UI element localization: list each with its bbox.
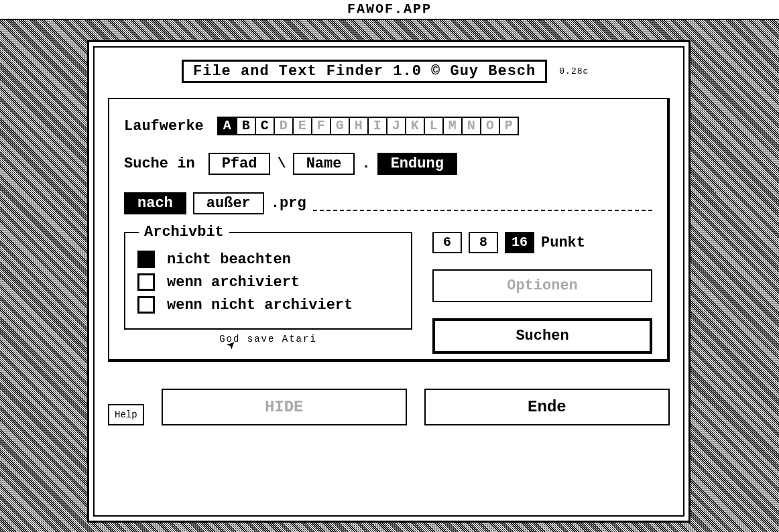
pattern-input[interactable] <box>313 196 652 211</box>
menubar-title: FAWOF.APP <box>0 0 779 20</box>
checkbox-icon <box>137 296 155 314</box>
drive-h[interactable]: H <box>349 117 369 135</box>
suchen-button[interactable]: Suchen <box>432 318 652 354</box>
backslash-sep: \ <box>277 155 286 172</box>
drive-n[interactable]: N <box>461 117 481 135</box>
checkbox-icon <box>137 273 155 291</box>
archive-ignore[interactable]: nicht beachten <box>137 251 399 268</box>
search-panel: Laufwerke A B C D E F G H I J K L <box>108 98 670 362</box>
punkt-label: Punkt <box>541 235 585 251</box>
drive-m[interactable]: M <box>442 117 463 135</box>
search-in-label: Suche in <box>124 155 195 172</box>
drive-g[interactable]: G <box>330 117 350 135</box>
archive-when-not-archived-label: wenn nicht archiviert <box>167 297 353 314</box>
archive-when-not-archived[interactable]: wenn nicht archiviert <box>137 296 399 314</box>
credit-line: God save Atari <box>124 334 412 344</box>
drive-a[interactable]: A <box>217 117 237 135</box>
version-label: 0.28c <box>559 66 589 76</box>
ende-button[interactable]: Ende <box>424 389 670 425</box>
fontsize-16[interactable]: 16 <box>505 232 534 253</box>
drive-j[interactable]: J <box>386 117 406 135</box>
archive-when-archived-label: wenn archiviert <box>167 274 300 291</box>
optionen-button[interactable]: Optionen <box>432 269 652 302</box>
mode-nach[interactable]: nach <box>124 192 186 214</box>
seg-endung[interactable]: Endung <box>377 153 457 175</box>
drive-f[interactable]: F <box>311 117 331 135</box>
seg-pfad[interactable]: Pfad <box>208 153 271 175</box>
drive-i[interactable]: I <box>367 117 387 135</box>
archivebit-legend: Archivbit <box>139 224 229 241</box>
drive-c[interactable]: C <box>255 117 275 135</box>
drive-b[interactable]: B <box>236 117 256 135</box>
checkbox-icon <box>137 251 155 268</box>
drive-o[interactable]: O <box>480 117 500 135</box>
pattern-text: .prg <box>271 195 306 212</box>
mode-ausser[interactable]: außer <box>193 192 264 214</box>
fontsize-8[interactable]: 8 <box>469 232 498 253</box>
help-button[interactable]: Help <box>108 404 144 425</box>
seg-name[interactable]: Name <box>293 153 355 175</box>
drive-k[interactable]: K <box>405 117 425 135</box>
drive-l[interactable]: L <box>424 117 444 135</box>
app-title: File and Text Finder 1.0 © Guy Besch <box>182 60 547 83</box>
drive-e[interactable]: E <box>292 117 312 135</box>
archivebit-group: Archivbit nicht beachten wenn archiviert <box>124 232 412 330</box>
drive-selector: A B C D E F G H I J K L M N O <box>217 117 519 135</box>
main-window: File and Text Finder 1.0 © Guy Besch 0.2… <box>87 40 691 523</box>
dot-sep: . <box>361 155 370 172</box>
archive-when-archived[interactable]: wenn archiviert <box>137 273 399 291</box>
fontsize-6[interactable]: 6 <box>432 232 462 253</box>
archive-ignore-label: nicht beachten <box>167 251 291 268</box>
hide-button[interactable]: HIDE <box>162 389 407 425</box>
drive-p[interactable]: P <box>499 117 519 135</box>
drive-d[interactable]: D <box>274 117 294 135</box>
drives-label: Laufwerke <box>124 118 204 135</box>
